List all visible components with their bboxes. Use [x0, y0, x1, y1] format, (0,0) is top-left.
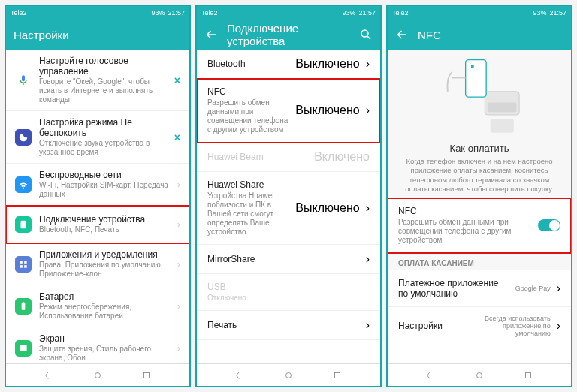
- pay-app-value: Google Pay: [515, 285, 551, 292]
- app-bar: NFC: [388, 20, 571, 50]
- nav-bar: [6, 363, 189, 386]
- svg-rect-15: [488, 103, 517, 113]
- item-title: Bluetooth: [207, 59, 289, 69]
- battery-label: 93%: [342, 9, 355, 17]
- svg-rect-20: [525, 372, 530, 378]
- wifi-icon: [15, 176, 32, 193]
- conn-item-6[interactable]: Печать›: [197, 311, 380, 340]
- battery-icon: [15, 298, 32, 315]
- back-icon[interactable]: [395, 28, 409, 41]
- svg-rect-5: [22, 303, 26, 309]
- svg-rect-7: [20, 345, 26, 350]
- conn-item-3[interactable]: Huawei ShareУстройства Huawei поблизости…: [197, 172, 380, 245]
- conn-item-1[interactable]: NFCРазрешить обмен данными при совмещени…: [197, 79, 380, 143]
- conn-item-5: USBОтключено: [197, 274, 380, 311]
- howto-subtitle: Когда телефон включен и на нем настроено…: [400, 157, 559, 194]
- item-subtitle: Защита зрения, Стиль рабочего экрана, Об…: [39, 345, 170, 363]
- svg-point-19: [477, 372, 482, 378]
- nav-recent-icon[interactable]: [523, 370, 533, 381]
- settings-item-3[interactable]: Подключение устройстваBluetooth, NFC, Пе…: [6, 206, 189, 243]
- nav-home-icon[interactable]: [474, 370, 485, 381]
- status-bar: Tele2 93%21:57: [6, 6, 189, 20]
- chevron-right-icon: ›: [366, 252, 370, 266]
- apps-icon: [15, 256, 32, 273]
- page-title: NFC: [418, 29, 563, 41]
- connection-list: BluetoothВыключено›NFCРазрешить обмен да…: [197, 50, 380, 363]
- item-title: Настройка режима Не беспокоить: [39, 117, 164, 138]
- nav-home-icon[interactable]: [92, 370, 103, 381]
- settings-item-1[interactable]: Настройка режима Не беспокоитьОтключение…: [6, 111, 189, 164]
- default-pay-app-row[interactable]: Платежное приложение по умолчанию Google…: [388, 270, 571, 307]
- settings-list: Настройте голосовое управлениеГоворите "…: [6, 50, 189, 363]
- nfc-content: Как оплатить Когда телефон включен и на …: [388, 50, 571, 363]
- svg-rect-10: [143, 372, 149, 378]
- mic-icon: [15, 72, 32, 89]
- chevron-right-icon: ›: [366, 318, 370, 332]
- item-subtitle: Права, Приложения по умолчанию, Приложен…: [39, 261, 170, 279]
- item-subtitle: Отключено: [207, 294, 370, 303]
- svg-rect-4: [24, 265, 27, 268]
- item-subtitle: Устройства Huawei поблизости и ПК в Ваше…: [207, 191, 289, 237]
- time-label: 21:57: [358, 9, 376, 17]
- nav-bar: [197, 363, 380, 386]
- svg-point-11: [361, 30, 368, 37]
- item-title: NFC: [207, 86, 289, 97]
- nav-back-icon[interactable]: [235, 370, 246, 381]
- nav-back-icon[interactable]: [44, 370, 55, 381]
- chevron-right-icon: ›: [366, 57, 370, 71]
- nfc-settings-row[interactable]: Настройки Всегда использовать приложение…: [388, 307, 571, 345]
- svg-rect-3: [20, 265, 23, 268]
- item-title: Печать: [207, 320, 360, 330]
- section-tap-pay: ОПЛАТА КАСАНИЕМ: [388, 253, 571, 270]
- nfc-settings-value: Всегда использовать приложение по умолча…: [468, 315, 551, 337]
- item-subtitle: Wi-Fi, Настройки SIM-карт, Передача данн…: [39, 181, 170, 199]
- nfc-toggle-title: NFC: [398, 206, 532, 216]
- carrier-label: Tele2: [392, 9, 409, 17]
- item-title: MirrorShare: [207, 254, 360, 264]
- chevron-right-icon: ›: [177, 343, 180, 354]
- settings-item-2[interactable]: Беспроводные сетиWi-Fi, Настройки SIM-ка…: [6, 164, 189, 206]
- pay-app-title: Платежное приложение по умолчанию: [398, 278, 509, 299]
- item-title: USB: [207, 282, 370, 292]
- chevron-right-icon: ›: [366, 201, 370, 215]
- dismiss-icon[interactable]: ×: [171, 131, 180, 143]
- dismiss-icon[interactable]: ×: [171, 74, 180, 86]
- nfc-toggle-switch[interactable]: [538, 219, 560, 231]
- moon-icon: [15, 129, 32, 146]
- item-value: Выключено: [295, 201, 359, 215]
- settings-item-0[interactable]: Настройте голосовое управлениеГоворите "…: [6, 50, 189, 111]
- battery-label: 93%: [151, 9, 165, 17]
- chevron-right-icon: ›: [366, 104, 370, 117]
- conn-item-0[interactable]: BluetoothВыключено›: [197, 50, 380, 79]
- item-subtitle: Bluetooth, NFC, Печать: [39, 225, 170, 234]
- item-title: Беспроводные сети: [39, 170, 170, 180]
- nav-home-icon[interactable]: [283, 370, 294, 381]
- settings-item-6[interactable]: ЭкранЗащита зрения, Стиль рабочего экран…: [6, 327, 189, 363]
- conn-item-2: Huawei BeamВключено: [197, 143, 380, 172]
- nav-back-icon[interactable]: [426, 370, 437, 381]
- svg-rect-16: [491, 119, 514, 133]
- nav-recent-icon[interactable]: [332, 370, 343, 381]
- app-bar: Подключение устройства: [197, 20, 380, 50]
- settings-item-5[interactable]: БатареяРежим энергосбережения, Использов…: [6, 285, 189, 327]
- chevron-right-icon: ›: [557, 319, 560, 333]
- phone-nfc: Tele2 93%21:57 NFC Как оплатить Когда те…: [386, 5, 572, 387]
- svg-rect-1: [20, 261, 23, 264]
- back-icon[interactable]: [204, 28, 218, 41]
- howto-illustration: Как оплатить Когда телефон включен и на …: [388, 50, 571, 198]
- settings-item-4[interactable]: Приложения и уведомленияПрава, Приложени…: [6, 243, 189, 285]
- nfc-toggle-row[interactable]: NFC Разрешить обмен данными при совмещен…: [388, 198, 571, 253]
- item-title: Настройте голосовое управление: [39, 56, 164, 77]
- item-value: Выключено: [295, 104, 359, 117]
- item-title: Huawei Beam: [207, 152, 308, 162]
- item-value: Включено: [314, 150, 370, 164]
- nfc-settings-title: Настройки: [398, 321, 462, 331]
- svg-rect-6: [23, 302, 24, 303]
- time-label: 21:57: [168, 9, 185, 17]
- svg-point-12: [286, 372, 292, 378]
- nav-recent-icon[interactable]: [141, 370, 152, 381]
- search-icon[interactable]: [359, 28, 373, 41]
- app-bar: Настройки: [6, 20, 189, 50]
- conn-item-4[interactable]: MirrorShare›: [197, 245, 380, 274]
- phone-device-connection: Tele2 93%21:57 Подключение устройства Bl…: [195, 5, 382, 387]
